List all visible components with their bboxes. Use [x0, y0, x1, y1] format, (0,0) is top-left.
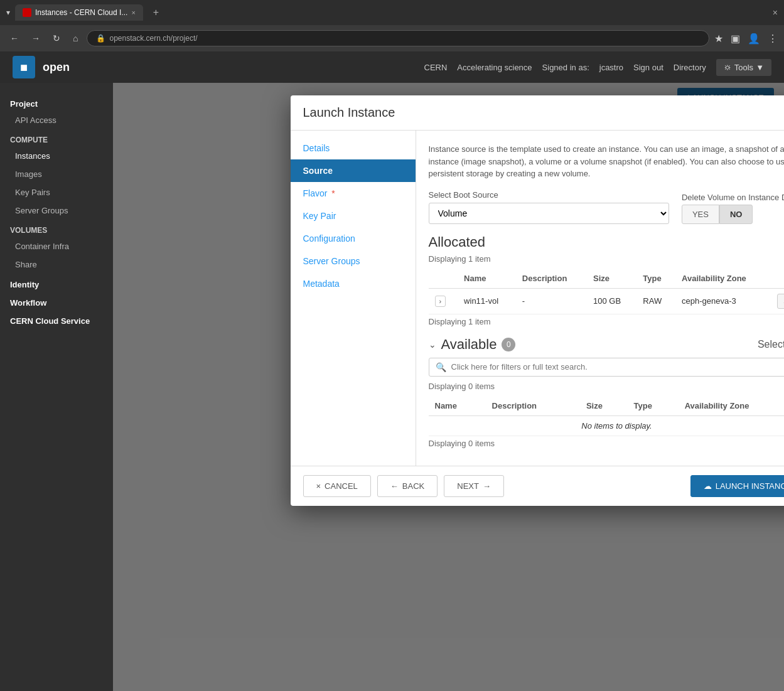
sidebar-volumes-header: Volumes: [0, 220, 113, 237]
directory-link[interactable]: Directory: [674, 63, 706, 72]
reload-btn[interactable]: ↻: [49, 31, 64, 46]
yes-no-toggle: YES NO: [682, 205, 784, 224]
available-col-az: Availability Zone: [679, 396, 784, 416]
search-input[interactable]: [451, 362, 785, 372]
allocated-section: Allocated Displaying 1 item Name Descrip…: [429, 234, 785, 326]
available-header: ⌄ Available 0 Select one: [429, 336, 785, 353]
modal-nav-source[interactable]: Source: [291, 159, 416, 182]
available-bottom-count: Displaying 0 items: [429, 439, 785, 448]
next-arrow-icon: →: [483, 481, 491, 491]
org-subtitle: Accelerating science: [457, 63, 532, 72]
sidebar-item-key-pairs[interactable]: Key Pairs: [0, 183, 113, 201]
allocated-bottom-count: Displaying 1 item: [429, 317, 785, 326]
header-right: CERN Accelerating science Signed in as: …: [424, 59, 772, 76]
launch-cloud-icon: ☁: [704, 481, 712, 491]
modal-main-content: ? Instance source is the template used t…: [416, 131, 785, 466]
available-chevron-icon[interactable]: ⌄: [429, 340, 436, 350]
sidebar-identity-header: Identity: [0, 274, 113, 292]
content-area: LAUNCH INSTANCE Age Actions Launch Insta…: [113, 83, 784, 691]
no-btn[interactable]: NO: [719, 205, 753, 224]
sidebar-item-instances[interactable]: Instances: [0, 147, 113, 165]
modal-title: Launch Instance: [303, 105, 395, 120]
flavor-required-marker: *: [331, 188, 335, 198]
modal-nav-metadata[interactable]: Metadata: [291, 272, 416, 295]
sidebar-item-api-access[interactable]: API Access: [0, 111, 113, 129]
menu-icon[interactable]: ⋮: [768, 33, 778, 45]
sidebar-cern-cloud-header: CERN Cloud Service: [0, 310, 113, 328]
available-col-description: Description: [486, 396, 580, 416]
next-button[interactable]: NEXT →: [444, 475, 504, 497]
available-col-size: Size: [580, 396, 628, 416]
tab-title: Instances - CERN Cloud I...: [35, 8, 127, 17]
boot-source-group: Select Boot Source Volume: [429, 190, 669, 224]
allocated-col-name: [429, 269, 458, 289]
allocated-col-name-label: Name: [458, 269, 516, 289]
sidebar-item-container-infra[interactable]: Container Infra: [0, 237, 113, 255]
available-title-row: Available 0: [441, 336, 516, 353]
address-bar[interactable]: 🔒 openstack.cern.ch/project/: [87, 30, 709, 46]
back-btn[interactable]: ←: [6, 31, 23, 46]
modal-nav-configuration[interactable]: Configuration: [291, 227, 416, 250]
forward-btn[interactable]: →: [28, 31, 44, 46]
row-type: RAW: [636, 288, 675, 314]
row-name: win11-vol: [458, 288, 516, 314]
launch-instance-modal: Launch Instance × Details Source Flavor …: [291, 95, 785, 506]
allocated-count: Displaying 1 item: [429, 254, 785, 264]
boot-source-select[interactable]: Volume: [429, 203, 669, 224]
sign-out-link[interactable]: Sign out: [633, 63, 663, 72]
allocated-col-az: Availability Zone: [675, 269, 771, 289]
app-logo: ■ open: [13, 56, 70, 78]
tools-button[interactable]: ⛭ Tools ▼: [716, 59, 771, 76]
modal-nav-server-groups[interactable]: Server Groups: [291, 250, 416, 272]
address-security-icon: 🔒: [96, 34, 105, 43]
allocated-col-action: [771, 269, 784, 289]
browser-dropdown[interactable]: ▾: [6, 8, 10, 17]
modal-body: Details Source Flavor * Key Pair Configu…: [291, 131, 785, 466]
available-title-text: Available: [441, 336, 497, 353]
sidebar-item-share[interactable]: Share: [0, 255, 113, 274]
new-tab-btn[interactable]: +: [148, 7, 164, 18]
launch-instance-button[interactable]: ☁ LAUNCH INSTANCE: [690, 475, 784, 497]
sidebar-workflow-header: Workflow: [0, 292, 113, 310]
modal-nav-details[interactable]: Details: [291, 137, 416, 159]
extensions-icon[interactable]: ▣: [731, 33, 740, 45]
delete-volume-label: Delete Volume on Instance Delete: [682, 193, 784, 202]
home-btn[interactable]: ⌂: [69, 31, 82, 46]
cancel-button[interactable]: × CANCEL: [303, 475, 371, 497]
allocated-col-size: Size: [587, 269, 636, 289]
allocated-col-description: Description: [516, 269, 587, 289]
tab-close-btn[interactable]: ×: [131, 9, 135, 16]
yes-btn[interactable]: YES: [682, 205, 719, 224]
sidebar-compute-header: Compute: [0, 129, 113, 147]
sidebar-item-server-groups[interactable]: Server Groups: [0, 201, 113, 220]
modal-nav-key-pair[interactable]: Key Pair: [291, 205, 416, 227]
back-button[interactable]: ← BACK: [377, 475, 438, 497]
sidebar-item-images[interactable]: Images: [0, 165, 113, 183]
row-action-btn[interactable]: ↓: [777, 294, 784, 309]
row-az: ceph-geneva-3: [675, 288, 771, 314]
tab-favicon: [23, 8, 31, 17]
row-size: 100 GB: [587, 288, 636, 314]
username-link[interactable]: jcastro: [599, 63, 623, 72]
allocated-col-type: Type: [636, 269, 675, 289]
sidebar-project-title: Project: [0, 93, 113, 111]
browser-close-btn[interactable]: ×: [773, 8, 778, 18]
available-col-name: Name: [429, 396, 486, 416]
available-count: Displaying 0 items: [429, 382, 785, 391]
expand-row-btn[interactable]: ›: [435, 296, 446, 307]
form-row: Select Boot Source Volume Delete Volume …: [429, 190, 785, 224]
bookmark-icon[interactable]: ★: [714, 33, 723, 45]
modal-nav: Details Source Flavor * Key Pair Configu…: [291, 131, 416, 466]
browser-tab[interactable]: Instances - CERN Cloud I... ×: [15, 4, 143, 21]
modal-nav-flavor[interactable]: Flavor *: [291, 182, 416, 205]
boot-source-label: Select Boot Source: [429, 190, 669, 200]
available-section: ⌄ Available 0 Select one 🔍 ×: [429, 336, 785, 448]
allocated-title: Allocated: [429, 234, 785, 250]
no-items-text: No items to display.: [429, 415, 785, 436]
org-name: CERN: [424, 63, 448, 72]
profile-icon[interactable]: 👤: [748, 33, 760, 45]
signed-in-label: Signed in as:: [542, 63, 589, 72]
allocated-table: Name Description Size Type Availability …: [429, 269, 785, 314]
info-text: Instance source is the template used to …: [429, 143, 785, 180]
row-description: -: [516, 288, 587, 314]
